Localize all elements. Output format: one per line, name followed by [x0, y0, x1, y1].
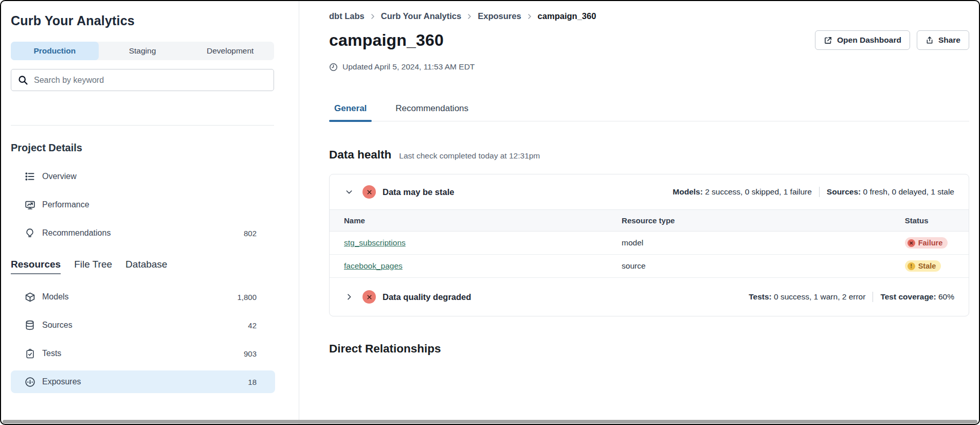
quality-section-row[interactable]: Data quality degraded Tests: 0 success, … — [330, 278, 969, 316]
tab-development[interactable]: Development — [186, 42, 274, 60]
open-dashboard-button[interactable]: Open Dashboard — [815, 30, 910, 50]
horizontal-scrollbar[interactable] — [3, 420, 977, 423]
tab-recommendations[interactable]: Recommendations — [390, 103, 474, 121]
table-header-row: Name Resource type Status — [330, 210, 969, 232]
sidebar-item-recommendations[interactable]: Recommendations 802 — [11, 222, 275, 244]
project-title: Curb Your Analytics — [11, 13, 299, 28]
page-title: campaign_360 — [329, 31, 444, 50]
sidebar-item-label: Tests — [42, 349, 61, 358]
clock-icon — [329, 63, 338, 72]
breadcrumb-current: campaign_360 — [538, 11, 596, 21]
status-badge-label: Failure — [918, 239, 943, 247]
chevron-right-icon[interactable] — [344, 292, 354, 302]
models-stat-value: 2 success, 0 skipped, 1 failure — [703, 187, 812, 196]
list-icon — [24, 171, 35, 182]
item-count: 802 — [244, 229, 257, 238]
sidebar-item-tests[interactable]: Tests 903 — [11, 342, 275, 365]
breadcrumb-exposures[interactable]: Exposures — [478, 11, 521, 21]
gauge-icon — [24, 376, 35, 387]
breadcrumb-dbt-labs[interactable]: dbt Labs — [329, 11, 365, 21]
sidebar-divider — [11, 125, 274, 126]
sidebar-item-overview[interactable]: Overview — [11, 165, 275, 188]
project-details-nav: Overview Performance Recommendations 802 — [11, 165, 299, 244]
resource-link[interactable]: stg_subscriptions — [344, 238, 406, 247]
resource-type-cell: model — [622, 232, 905, 255]
chevron-right-icon — [466, 13, 473, 20]
tab-database[interactable]: Database — [125, 259, 167, 274]
item-count: 903 — [244, 349, 257, 358]
direct-relationships-heading: Direct Relationships — [329, 342, 969, 356]
stat-divider — [873, 292, 873, 302]
resource-view-tabs: Resources File Tree Database — [11, 259, 299, 274]
chevron-down-icon[interactable] — [344, 187, 354, 197]
sidebar-item-label: Exposures — [42, 377, 81, 386]
sidebar-item-performance[interactable]: Performance — [11, 193, 275, 216]
header-actions: Open Dashboard Share — [815, 30, 969, 50]
performance-icon — [24, 199, 35, 210]
sidebar-item-models[interactable]: Models 1,800 — [11, 286, 275, 308]
share-icon — [925, 36, 934, 45]
coverage-stat-label: Test coverage: — [880, 292, 936, 301]
page-tabs: General Recommendations — [329, 103, 969, 121]
error-status-icon — [362, 185, 376, 199]
data-health-card: Data may be stale Models: 2 success, 0 s… — [329, 174, 969, 316]
tab-general[interactable]: General — [329, 103, 372, 121]
stale-section-row[interactable]: Data may be stale Models: 2 success, 0 s… — [330, 174, 969, 209]
breadcrumb-project[interactable]: Curb Your Analytics — [381, 11, 461, 21]
error-status-icon — [362, 290, 376, 304]
table-row: stg_subscriptions model ✕ Failure — [330, 232, 969, 255]
tab-production[interactable]: Production — [11, 42, 99, 60]
search-input[interactable] — [34, 76, 267, 85]
tab-staging[interactable]: Staging — [99, 42, 187, 60]
tests-stat-label: Tests: — [749, 292, 772, 301]
stale-resources-table: Name Resource type Status stg_subscripti… — [330, 209, 969, 278]
cube-icon — [24, 291, 35, 303]
last-check-text: Last check completed today at 12:31pm — [399, 151, 540, 161]
environment-tabs: Production Staging Development — [11, 42, 274, 60]
models-stat-label: Models: — [673, 187, 703, 196]
app-window: Curb Your Analytics Production Staging D… — [0, 0, 980, 425]
quality-section-title: Data quality degraded — [383, 292, 471, 302]
table-row: facebook_pages source ! Stale — [330, 255, 969, 278]
column-header-type: Resource type — [622, 210, 905, 232]
data-health-heading: Data health — [329, 148, 391, 162]
stale-section-stats: Models: 2 success, 0 skipped, 1 failure … — [673, 187, 954, 197]
tab-file-tree[interactable]: File Tree — [74, 259, 112, 274]
sources-stat-value: 0 fresh, 0 delayed, 1 stale — [861, 187, 954, 196]
stat-divider — [819, 187, 820, 197]
sidebar-item-label: Overview — [42, 172, 77, 181]
coverage-stat-value: 60% — [936, 292, 954, 301]
sidebar-item-label: Recommendations — [42, 228, 111, 238]
database-icon — [24, 320, 35, 331]
external-link-icon — [824, 36, 832, 45]
column-header-status: Status — [905, 210, 969, 232]
main-content: dbt Labs Curb Your Analytics Exposures c… — [299, 1, 979, 424]
sidebar: Curb Your Analytics Production Staging D… — [1, 1, 299, 424]
sidebar-item-label: Performance — [42, 200, 89, 209]
sidebar-item-sources[interactable]: Sources 42 — [11, 314, 275, 337]
column-header-name: Name — [330, 210, 622, 232]
tab-resources[interactable]: Resources — [11, 259, 61, 274]
search-box[interactable] — [11, 69, 274, 91]
share-label: Share — [938, 36, 960, 45]
item-count: 18 — [248, 378, 257, 386]
failure-x-icon: ✕ — [908, 239, 915, 247]
sidebar-item-label: Models — [42, 292, 69, 302]
updated-timestamp: Updated April 5, 2024, 11:53 AM EDT — [329, 62, 969, 72]
item-count: 42 — [248, 321, 257, 330]
updated-text: Updated April 5, 2024, 11:53 AM EDT — [342, 62, 475, 72]
share-button[interactable]: Share — [917, 30, 969, 50]
status-badge-failure: ✕ Failure — [905, 237, 948, 249]
resource-type-cell: source — [622, 255, 905, 278]
sidebar-item-exposures[interactable]: Exposures 18 — [11, 370, 275, 393]
chevron-right-icon — [370, 13, 376, 20]
item-count: 1,800 — [237, 293, 257, 302]
sources-stat-label: Sources: — [827, 187, 861, 196]
stale-section-title: Data may be stale — [383, 187, 454, 197]
status-badge-stale: ! Stale — [905, 260, 941, 272]
quality-section-stats: Tests: 0 success, 1 warn, 2 error Test c… — [749, 292, 954, 302]
clipboard-check-icon — [24, 348, 35, 359]
status-badge-label: Stale — [918, 262, 936, 270]
resource-link[interactable]: facebook_pages — [344, 261, 403, 270]
project-details-heading: Project Details — [11, 142, 299, 154]
